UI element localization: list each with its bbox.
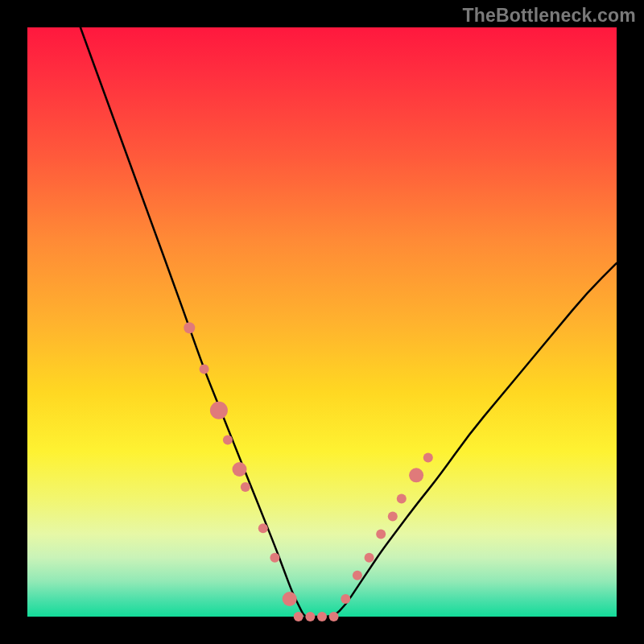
data-marker bbox=[200, 365, 209, 374]
data-marker bbox=[397, 494, 407, 504]
data-marker bbox=[376, 530, 386, 539]
data-marker bbox=[317, 612, 327, 621]
data-marker bbox=[305, 612, 315, 621]
data-marker bbox=[329, 612, 339, 621]
watermark-text: TheBottleneck.com bbox=[462, 5, 636, 27]
plot-area bbox=[27, 27, 617, 617]
data-marker bbox=[294, 612, 303, 621]
data-marker bbox=[233, 462, 247, 477]
marker-group bbox=[184, 322, 433, 621]
data-marker bbox=[283, 592, 297, 606]
data-marker bbox=[409, 468, 423, 482]
data-marker bbox=[223, 435, 233, 444]
data-marker bbox=[241, 482, 250, 492]
data-marker bbox=[353, 571, 362, 580]
data-marker bbox=[258, 523, 268, 533]
data-marker bbox=[365, 553, 374, 563]
chart-svg bbox=[27, 27, 617, 617]
frame: TheBottleneck.com bbox=[0, 0, 644, 644]
data-marker bbox=[270, 553, 279, 563]
data-marker bbox=[388, 512, 398, 522]
data-marker bbox=[423, 452, 433, 462]
data-marker bbox=[210, 402, 228, 419]
data-marker bbox=[341, 594, 350, 604]
data-marker bbox=[184, 322, 195, 333]
bottleneck-curve bbox=[80, 27, 617, 617]
